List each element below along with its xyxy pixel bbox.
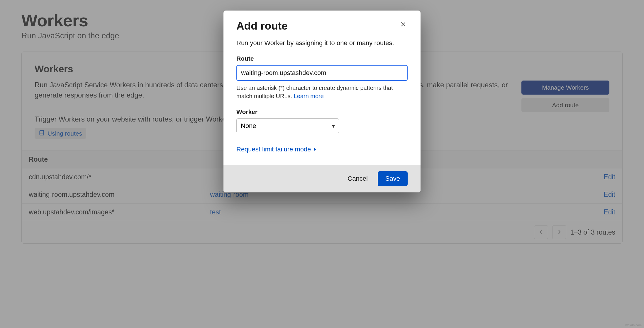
- cancel-button[interactable]: Cancel: [348, 175, 367, 182]
- modal-title: Add route: [236, 20, 288, 32]
- failure-mode-label: Request limit failure mode: [236, 146, 311, 153]
- route-help-text: Use an asterisk (*) character to create …: [236, 84, 408, 100]
- caret-right-icon: [313, 146, 317, 153]
- route-label: Route: [236, 55, 408, 62]
- route-input[interactable]: [236, 65, 408, 81]
- close-button[interactable]: [399, 20, 408, 30]
- learn-more-link[interactable]: Learn more: [294, 93, 324, 99]
- worker-label: Worker: [236, 108, 408, 115]
- worker-select[interactable]: None: [236, 118, 339, 133]
- save-button[interactable]: Save: [378, 171, 408, 186]
- watermark: wexdn.com: [625, 323, 642, 327]
- modal-description: Run your Worker by assigning it to one o…: [236, 39, 408, 47]
- failure-mode-toggle[interactable]: Request limit failure mode: [236, 146, 317, 153]
- close-icon: [400, 24, 406, 28]
- add-route-modal: Add route Run your Worker by assigning i…: [223, 11, 421, 192]
